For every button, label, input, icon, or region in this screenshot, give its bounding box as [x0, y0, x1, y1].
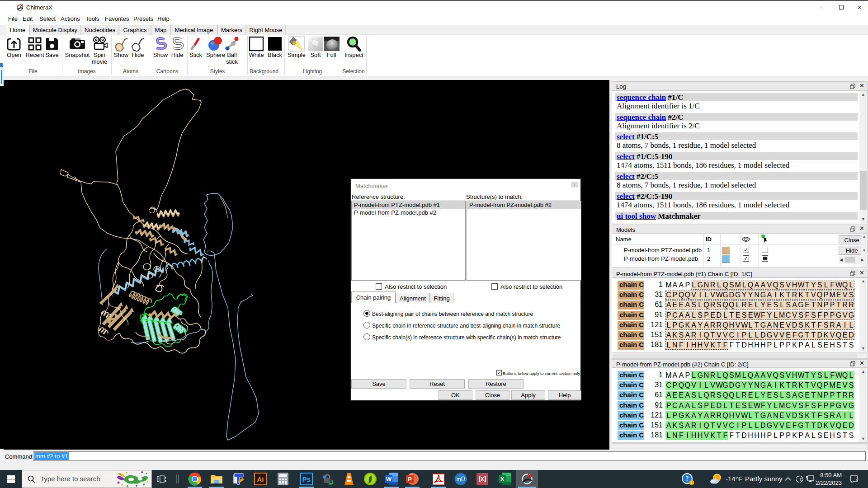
svg-text:X: X — [500, 476, 505, 483]
svg-text:i: i — [691, 481, 692, 485]
svg-text:P: P — [408, 476, 412, 483]
svg-text:?: ? — [686, 475, 689, 482]
svg-text:mŰ: mŰ — [457, 476, 465, 483]
svg-text:W: W — [386, 476, 392, 483]
